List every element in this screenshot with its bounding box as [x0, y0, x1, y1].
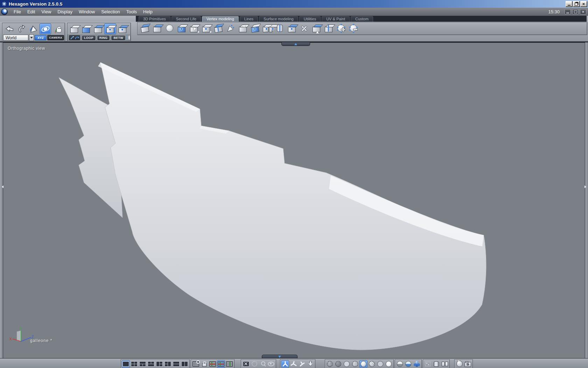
multi-select-spheres-icon[interactable] [413, 360, 421, 368]
layout-top2-bottom1-icon[interactable] [147, 360, 155, 368]
flat-no-wire-icon[interactable] [376, 360, 384, 368]
doc-close-icon[interactable]: ✕ [580, 9, 586, 14]
grid-front-icon[interactable] [209, 360, 217, 368]
tab-3d-primitives[interactable]: 3D Primitives [139, 16, 170, 22]
mirror-icon[interactable] [323, 23, 334, 34]
clone-panels-icon[interactable] [441, 360, 449, 368]
layout-left2-right1-icon[interactable] [164, 360, 172, 368]
camera-button[interactable]: CAMERA [47, 35, 64, 40]
fit-view-icon[interactable] [242, 360, 250, 368]
left-panel-handle[interactable] [0, 42, 3, 358]
backface-half-icon[interactable] [396, 360, 404, 368]
shaded-wireframe-icon[interactable] [351, 360, 359, 368]
transparent-half-icon[interactable] [404, 360, 412, 368]
select-vertex-cube-icon[interactable] [104, 23, 116, 34]
tessellate-smooth-icon[interactable] [164, 23, 175, 34]
manipulator-move-icon[interactable] [289, 360, 298, 368]
layout-2-rows-icon[interactable] [172, 360, 180, 368]
bridge-icon[interactable] [262, 23, 273, 34]
wireframe-icon[interactable] [326, 360, 334, 368]
select-edge-cube-icon[interactable] [92, 24, 104, 34]
stretch-icon[interactable] [250, 23, 260, 34]
ghost-cube-icon[interactable] [424, 360, 432, 368]
select-transform-icon[interactable] [28, 24, 38, 34]
inset-icon[interactable] [176, 23, 187, 34]
lasso-select-icon[interactable] [75, 36, 79, 40]
tweak-icon[interactable] [201, 23, 211, 34]
menu-tools[interactable]: Tools [123, 8, 140, 15]
manipulator-universal-icon[interactable] [281, 360, 289, 368]
hidden-line-icon[interactable] [334, 360, 342, 368]
ellipse-select-icon[interactable] [128, 35, 130, 40]
universal-manipulator-sphere-icon[interactable] [40, 23, 51, 34]
flyout-arrow-icon[interactable] [198, 31, 201, 33]
workspace-dropdown-arrow-icon[interactable] [29, 34, 34, 41]
flat-shaded-icon[interactable] [343, 360, 351, 368]
grid-top-icon[interactable] [217, 360, 225, 368]
flyout-arrow-icon[interactable] [210, 31, 213, 33]
pan-view-icon[interactable] [250, 360, 258, 368]
tab-surface-modeling[interactable]: Surface modeling [259, 16, 298, 22]
soft-selection-icon[interactable] [225, 23, 236, 34]
select-face-cube-icon[interactable] [80, 24, 92, 34]
redo-icon[interactable] [16, 24, 27, 34]
sweep-icon[interactable] [299, 23, 309, 34]
extrude-face-icon[interactable] [152, 23, 162, 34]
select-auto-cube-icon[interactable] [117, 24, 128, 34]
smooth-plus-icon[interactable] [336, 23, 346, 34]
grid-lock-icon[interactable] [200, 360, 208, 368]
select-object-cube-icon[interactable] [69, 24, 80, 34]
smooth-shaded-icon[interactable] [359, 360, 368, 368]
paint-select-icon[interactable] [70, 36, 74, 40]
menu-display[interactable]: Display [54, 8, 76, 15]
xyz-button[interactable]: XYZ [35, 35, 47, 40]
bright-shaded-icon[interactable] [385, 360, 393, 368]
layout-2-cols-icon[interactable] [181, 360, 189, 368]
close-icon[interactable]: ✕ [580, 1, 587, 7]
manipulator-menu-arrow-icon[interactable] [306, 360, 314, 368]
close-hole-icon[interactable] [287, 23, 297, 34]
menu-selection[interactable]: Selection [98, 8, 123, 15]
right-panel-handle[interactable] [585, 42, 588, 358]
menu-view[interactable]: View [38, 8, 54, 15]
viewport-canvas[interactable]: Orthographic view [3, 42, 585, 359]
textured-wireframe-icon[interactable] [368, 360, 376, 368]
copy-panel-icon[interactable] [189, 23, 199, 34]
ring-button[interactable]: RING [97, 35, 110, 41]
weld-icon[interactable] [274, 23, 285, 34]
menu-file[interactable]: File [10, 8, 24, 15]
tab-vertex-modeling[interactable]: Vertex modeling [202, 16, 239, 22]
smooth-minus-icon[interactable] [348, 23, 358, 34]
tab-second-life[interactable]: Second Life [172, 16, 201, 22]
bend-icon[interactable] [213, 23, 224, 34]
workspace-select[interactable]: World [3, 35, 28, 41]
layout-single-icon[interactable] [122, 360, 130, 368]
render-sphere-icon[interactable] [455, 360, 463, 368]
dynamic-geometry-ghost-icon[interactable] [52, 24, 63, 34]
top-panel-handle[interactable] [281, 42, 310, 46]
undo-icon[interactable] [4, 24, 15, 34]
layout-top1-bottom2-icon[interactable] [139, 360, 147, 368]
doc-maximize-icon[interactable] [572, 9, 579, 14]
layout-left1-right2-icon[interactable] [155, 360, 163, 368]
restore-icon[interactable] [573, 1, 580, 7]
marquee-select-icon[interactable] [127, 36, 127, 40]
extrude-curl-icon[interactable] [311, 23, 322, 34]
tab-lines[interactable]: Lines [240, 16, 258, 22]
camera-snapshot-icon[interactable] [464, 360, 472, 368]
betw-button[interactable]: BETW [111, 35, 126, 41]
chamfer-icon[interactable] [140, 23, 150, 34]
layout-quad-icon[interactable] [130, 360, 138, 368]
flip-icon[interactable] [238, 23, 248, 34]
zoom-region-icon[interactable] [259, 360, 267, 368]
open-cylinder-icon[interactable] [432, 360, 440, 368]
galleone-model[interactable] [3, 43, 585, 359]
visibility-eye-icon[interactable] [267, 360, 275, 368]
menu-window[interactable]: Window [76, 8, 98, 15]
grid-right-icon[interactable] [225, 360, 233, 368]
tab-custom[interactable]: Custom [351, 16, 373, 22]
doc-minimize-icon[interactable] [565, 9, 571, 14]
minimize-icon[interactable] [566, 1, 572, 7]
menu-edit[interactable]: Edit [24, 8, 38, 15]
tab-uv-paint[interactable]: UV & Paint [322, 16, 350, 22]
